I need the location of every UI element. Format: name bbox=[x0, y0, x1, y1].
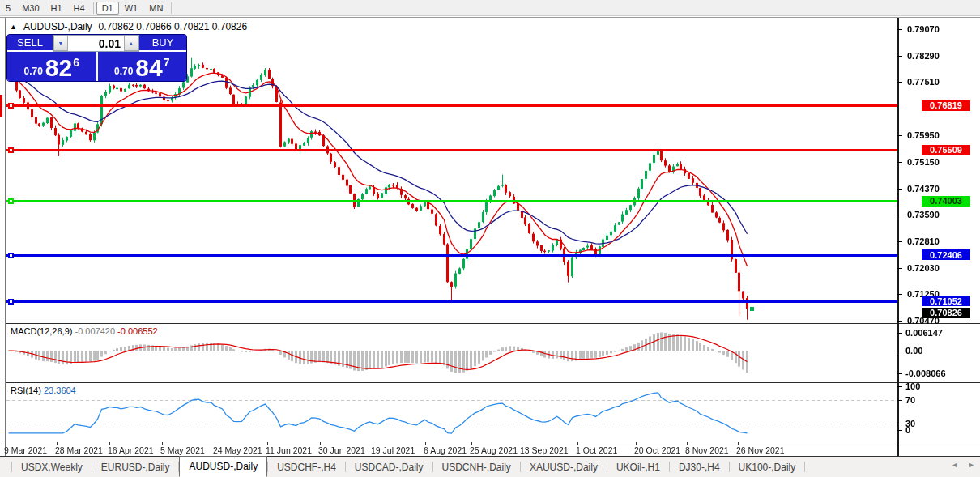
price-level-badge: 0.71052 bbox=[922, 296, 970, 306]
macd-axis-label: 0.006147 bbox=[905, 328, 943, 338]
date-tick-label: 11 Jun 2021 bbox=[266, 445, 312, 455]
buy-button[interactable]: BUY bbox=[139, 35, 186, 52]
lot-decrease-button[interactable]: ▼ bbox=[53, 36, 68, 51]
price-level-badge: 0.75509 bbox=[922, 145, 970, 155]
date-tick-label: 9 Mar 2021 bbox=[4, 445, 47, 455]
price-axis-tick bbox=[897, 294, 902, 295]
price-tick-label: 0.75150 bbox=[907, 157, 940, 167]
date-tick-label: 25 Aug 2021 bbox=[470, 445, 518, 455]
buy-price-prefix: 0.70 bbox=[114, 66, 133, 77]
timeframe-tab-mn[interactable]: MN bbox=[143, 2, 168, 15]
symbol-tab-dj30-h4[interactable]: DJ30-,H4 bbox=[670, 457, 729, 477]
macd-rsi-divider[interactable] bbox=[6, 381, 980, 383]
level-handle[interactable] bbox=[8, 147, 14, 153]
date-tick-label: 1 Oct 2021 bbox=[576, 445, 617, 455]
timeframe-tab-h4[interactable]: H4 bbox=[68, 2, 91, 15]
trade-panel-top-row: SELL ▼ 0.01 ▲ BUY bbox=[7, 35, 186, 52]
symbol-tab-audusd-daily[interactable]: AUDUSD-,Daily bbox=[179, 456, 267, 477]
lot-increase-button[interactable]: ▲ bbox=[124, 36, 138, 51]
level-handle[interactable] bbox=[8, 198, 14, 204]
chevron-up-icon: ▲ bbox=[129, 40, 134, 46]
symbol-tab-usdcnh-daily[interactable]: USDCNH-,Daily bbox=[433, 457, 520, 477]
price-axis-separator[interactable] bbox=[897, 18, 899, 456]
level-line-0.74003[interactable] bbox=[6, 200, 897, 202]
price-tick-label: 0.72030 bbox=[907, 263, 940, 273]
price-axis-tick bbox=[897, 189, 902, 190]
symbol-tab-usdcad-daily[interactable]: USDCAD-,Daily bbox=[346, 457, 432, 477]
date-tick-label: 16 Apr 2021 bbox=[108, 445, 154, 455]
timeframe-toolbar: 5M30H1H4D1W1MN bbox=[0, 0, 980, 16]
price-tick-label: 0.72810 bbox=[907, 236, 940, 246]
date-tick-label: 6 Aug 2021 bbox=[424, 445, 467, 455]
macd-canvas bbox=[6, 326, 897, 379]
rsi-axis-label-tick bbox=[897, 430, 902, 431]
trade-panel-price-row: 0.70 82 6 0.70 84 7 bbox=[7, 52, 186, 81]
tab-scroll-left-icon[interactable]: ◄ bbox=[951, 461, 958, 469]
clipped-candle-fragment bbox=[0, 95, 2, 117]
level-line-0.76819[interactable] bbox=[6, 104, 897, 107]
price-axis-tick bbox=[897, 241, 902, 242]
price-axis-tick bbox=[897, 82, 902, 83]
date-tick-label: 24 May 2021 bbox=[213, 445, 262, 455]
rsi-dates-divider bbox=[6, 441, 980, 442]
macd-axis-label-tick bbox=[897, 351, 902, 351]
timeframe-tab-5[interactable]: 5 bbox=[0, 2, 16, 15]
chart-window-left-border bbox=[5, 18, 6, 456]
date-tick-label: 13 Sep 2021 bbox=[520, 445, 569, 455]
symbol-tab-uk100-daily[interactable]: UK100-,Daily bbox=[730, 457, 805, 477]
tab-scroll-right-icon[interactable]: ► bbox=[968, 461, 975, 469]
level-line-0.72406[interactable] bbox=[6, 254, 897, 257]
toolbar-separator bbox=[93, 2, 94, 14]
one-click-trade-panel: SELL ▼ 0.01 ▲ BUY 0.70 82 6 0.70 84 7 bbox=[6, 34, 187, 82]
macd-axis-label: 0.00 bbox=[905, 346, 922, 356]
tab-separator bbox=[804, 462, 805, 472]
price-tick-label: 0.79070 bbox=[907, 24, 940, 34]
date-tick-label: 19 Jul 2021 bbox=[371, 445, 415, 455]
timeframe-tab-h1[interactable]: H1 bbox=[45, 2, 68, 15]
symbol-tab-usdx-weekly[interactable]: USDX,Weekly bbox=[12, 457, 92, 477]
symbol-tab-ukoil-h1[interactable]: UKOil-,H1 bbox=[607, 457, 669, 477]
level-handle[interactable] bbox=[8, 299, 14, 305]
lot-size-spinner: ▼ 0.01 ▲ bbox=[53, 35, 139, 52]
symbol-tab-xauusd-daily[interactable]: XAUUSD-,Daily bbox=[521, 457, 607, 477]
rsi-axis-label-tick bbox=[897, 400, 902, 401]
macd-axis-label: -0.008066 bbox=[905, 368, 946, 378]
price-level-badge: 0.72406 bbox=[922, 249, 970, 260]
timeframe-tab-w1[interactable]: W1 bbox=[119, 2, 144, 15]
chart-window-top-border bbox=[0, 17, 980, 18]
lot-size-input[interactable]: 0.01 bbox=[68, 36, 124, 51]
price-tick-label: 0.74370 bbox=[907, 184, 940, 194]
rsi-axis-label: 100 bbox=[905, 381, 920, 391]
symbol-tab-usdchf-h4[interactable]: USDCHF-,H4 bbox=[268, 457, 345, 477]
level-handle[interactable] bbox=[8, 253, 14, 258]
price-tick-label: 0.75950 bbox=[907, 130, 940, 140]
buy-price-pipette: 7 bbox=[164, 56, 170, 69]
date-tick-label: 26 Nov 2021 bbox=[736, 445, 785, 455]
rsi-axis-label: 0 bbox=[905, 425, 910, 435]
level-line-0.75509[interactable] bbox=[6, 149, 897, 151]
symbol-tab-eurusd-daily[interactable]: EURUSD-,Daily bbox=[92, 457, 179, 477]
price-level-badge: 0.74003 bbox=[922, 196, 970, 207]
sell-price-button[interactable]: 0.70 82 6 bbox=[7, 52, 96, 81]
price-tick-label: 0.78290 bbox=[907, 51, 940, 61]
price-axis-tick bbox=[897, 135, 902, 136]
level-line-0.71052[interactable] bbox=[6, 300, 897, 303]
sell-price-big-digits: 82 bbox=[45, 56, 72, 80]
date-tick-label: 30 Jun 2021 bbox=[318, 445, 365, 455]
rsi-axis-label-tick bbox=[897, 386, 902, 387]
date-tick-label: 20 Oct 2021 bbox=[634, 445, 680, 455]
price-axis-tick bbox=[897, 215, 902, 215]
level-handle[interactable] bbox=[8, 103, 14, 109]
rsi-canvas bbox=[6, 385, 897, 440]
date-tick-label: 28 Mar 2021 bbox=[55, 445, 103, 455]
timeframe-tab-m30[interactable]: M30 bbox=[16, 2, 45, 15]
timeframe-tab-d1[interactable]: D1 bbox=[96, 2, 119, 15]
buy-price-big-digits: 84 bbox=[135, 56, 162, 80]
macd-axis-label-tick bbox=[897, 333, 902, 334]
toolbar-separator bbox=[171, 2, 172, 14]
price-macd-divider[interactable] bbox=[6, 322, 980, 324]
date-tick-label: 5 May 2021 bbox=[160, 445, 205, 455]
sell-button[interactable]: SELL bbox=[7, 35, 53, 52]
chevron-down-icon: ▼ bbox=[58, 40, 64, 46]
buy-price-button[interactable]: 0.70 84 7 bbox=[98, 52, 187, 81]
